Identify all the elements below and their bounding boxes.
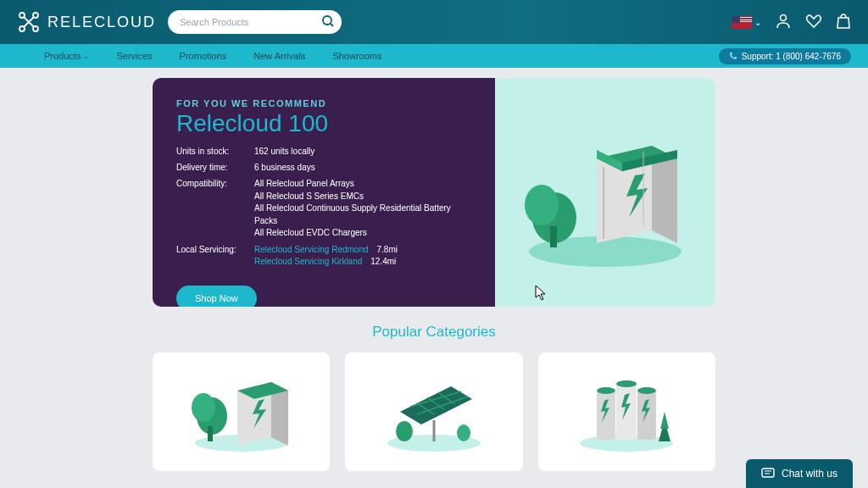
support-phone[interactable]: Support: 1 (800) 642-7676 [719,48,851,64]
svg-point-35 [396,421,413,441]
svg-point-4 [323,16,331,25]
search-input[interactable] [168,10,342,34]
phone-icon [729,52,737,60]
page-content: FOR YOU WE RECOMMEND Relecloud 100 Units… [0,68,868,471]
main-nav: Products⌄ Services Promotions New Arriva… [0,44,868,68]
chevron-down-icon: ⌄ [83,53,89,60]
brand-name: RELECLOUD [47,14,156,31]
spec-compatibility: Compatibility: All Relecloud Panel Array… [176,178,471,240]
battery-category-icon [567,365,686,458]
svg-rect-10 [550,226,557,247]
search-container [168,10,342,34]
header-actions: ⌄ [732,13,851,32]
hero-details: FOR YOU WE RECOMMEND Relecloud 100 Units… [153,78,495,307]
nav-showrooms[interactable]: Showrooms [332,51,381,61]
locale-selector[interactable]: ⌄ [732,16,761,29]
svg-point-41 [616,380,637,387]
chat-icon [761,468,775,480]
heart-icon [805,13,822,30]
svg-point-43 [637,387,656,394]
nav-new-arrivals[interactable]: New Arrivals [253,51,305,61]
main-header: RELECLOUD ⌄ [0,0,868,44]
svg-rect-42 [637,391,656,440]
search-icon [321,14,335,28]
svg-point-9 [525,185,559,225]
hero-eyebrow: FOR YOU WE RECOMMEND [176,98,471,108]
brand-logo[interactable]: RELECLOUD [17,10,156,34]
chat-widget[interactable]: Chat with us [746,459,853,488]
svg-point-39 [597,387,615,394]
spec-delivery: Delivery time: 6 business days [176,162,471,174]
hero-banner: FOR YOU WE RECOMMEND Relecloud 100 Units… [153,78,715,307]
svg-line-5 [331,24,333,26]
category-card-chargers[interactable] [153,352,330,471]
charger-illustration [512,108,698,277]
wishlist-button[interactable] [805,13,822,32]
nav-services[interactable]: Services [116,51,152,61]
charger-category-icon [182,365,301,458]
svg-point-6 [781,14,787,20]
hero-title: Relecloud 100 [176,110,471,137]
nav-promotions[interactable]: Promotions [180,51,227,61]
bag-icon [836,13,851,30]
spec-units: Units in stock: 162 units locally [176,146,471,158]
service-link-redmond[interactable]: Relecloud Servicing Redmond7.8mi [254,244,398,256]
us-flag-icon [732,16,752,29]
svg-marker-28 [400,386,472,424]
relecloud-logo-icon [17,10,41,34]
svg-rect-38 [597,391,615,440]
popular-categories-title: Popular Categories [153,324,715,341]
svg-point-21 [192,393,215,422]
svg-rect-22 [208,426,213,441]
hero-illustration [495,78,715,307]
solar-panel-category-icon [375,365,493,458]
svg-point-36 [457,424,470,441]
nav-products[interactable]: Products⌄ [44,51,89,61]
account-button[interactable] [775,13,792,32]
category-grid [153,352,715,471]
chevron-down-icon: ⌄ [754,18,761,27]
shop-now-button[interactable]: Shop Now [176,286,257,308]
category-card-panels[interactable] [345,352,522,471]
search-button[interactable] [321,14,335,30]
user-icon [775,13,792,30]
category-card-batteries[interactable] [538,352,715,471]
cart-button[interactable] [836,13,851,32]
svg-rect-49 [762,469,774,477]
svg-marker-48 [660,412,669,429]
spec-servicing: Local Servicing: Relecloud Servicing Red… [176,244,471,268]
service-link-kirkland[interactable]: Relecloud Servicing Kirkland12.4mi [254,256,398,268]
